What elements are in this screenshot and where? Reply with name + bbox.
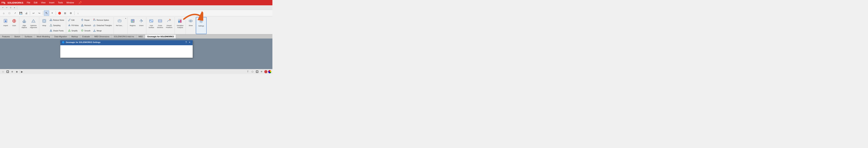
ref-geo-inner: Ref Geo... ▼ <box>115 18 126 33</box>
arrow-right-icon[interactable]: ▶ <box>21 70 23 73</box>
svg-point-17 <box>51 20 52 20</box>
dialog-help-btn[interactable]: ? <box>185 41 188 44</box>
wrap-icon <box>42 19 47 24</box>
dialog-controls: ? × <box>185 41 191 44</box>
import-button[interactable]: Import <box>2 18 9 27</box>
regions-button[interactable]: Regions <box>129 18 136 27</box>
shade-points-button[interactable]: Shade Points <box>49 28 65 33</box>
redo-btn[interactable]: ↪ <box>37 10 42 16</box>
workspace-bottom-toolbar: □ 🔲 ⊕ ◉ ▶ T ⬡ 🔲 👁 <box>0 69 272 74</box>
repair-label: Repair <box>84 19 90 21</box>
svg-rect-46 <box>131 20 133 21</box>
menu-window[interactable]: Window <box>66 1 75 4</box>
tab-evaluate[interactable]: Evaluate <box>80 34 92 39</box>
view-btn[interactable]: 👁 <box>260 70 264 74</box>
menu-view[interactable]: View <box>40 1 46 4</box>
gear-btn[interactable]: ⚙ <box>68 10 73 16</box>
wrap-button[interactable]: Wrap <box>40 18 48 27</box>
print-btn[interactable]: 🖨 <box>24 10 29 16</box>
orient-button[interactable]: Orient <box>137 18 145 27</box>
select-btn[interactable]: ↖ <box>44 10 49 16</box>
scan-button[interactable]: Scan <box>10 18 18 27</box>
align-objects-button[interactable]: AlignObjects <box>20 18 28 29</box>
repair-button[interactable]: Repair <box>80 18 92 23</box>
merge-button[interactable]: Merge <box>92 28 113 33</box>
detached-triangles-icon <box>93 24 96 27</box>
save-btn[interactable]: 💾 <box>18 10 23 16</box>
menu-edit[interactable]: Edit <box>33 1 38 4</box>
tab-geomagic[interactable]: Geomagic for SOLIDWORKS <box>145 34 176 39</box>
svg-rect-57 <box>180 20 181 23</box>
new-btn[interactable]: □ <box>7 10 12 16</box>
workspace-btn-2[interactable]: 🔲 <box>6 70 9 74</box>
workspace-btn-1[interactable]: □ <box>1 70 5 74</box>
ribbon-group-import-scan: Import Scan <box>1 17 19 34</box>
menu-insert[interactable]: Insert <box>48 1 55 4</box>
undo-btn[interactable]: ↩ <box>31 10 36 16</box>
show-inner: Show <box>187 18 194 33</box>
show-button[interactable]: Show <box>187 18 194 27</box>
workspace-btn-3[interactable]: ⊕ <box>10 70 14 74</box>
qa-btn-1[interactable]: ↩ <box>1 6 5 9</box>
tab-solidworks-addins[interactable]: SOLIDWORKS Add-Ins <box>112 34 136 39</box>
ribbon-group-edit: Edit Fill Holes <box>66 17 114 34</box>
smooth-button[interactable]: Smooth <box>80 28 92 33</box>
traffic-light-btn[interactable]: 🔴 <box>57 10 62 16</box>
tab-features[interactable]: Features <box>0 34 12 39</box>
edit-button[interactable]: Edit <box>67 18 80 23</box>
color-circle-2[interactable] <box>268 70 271 73</box>
workspace-btn-4[interactable]: ◉ <box>15 70 19 74</box>
settings-icon <box>199 19 204 24</box>
pin-icon[interactable]: 📌 <box>78 1 82 4</box>
simplify-button[interactable]: Simplify <box>67 28 80 33</box>
quick-access-separator <box>17 6 17 9</box>
menu-tools[interactable]: Tools <box>57 1 63 4</box>
svg-point-27 <box>69 25 70 26</box>
color-btn-1[interactable]: T <box>246 70 250 74</box>
tab-mesh-modeling[interactable]: Mesh Modeling <box>34 34 52 39</box>
qa-btn-4[interactable]: ▸ <box>13 6 16 9</box>
remove-spikes-button[interactable]: Remove Spikes <box>92 18 113 23</box>
svg-point-34 <box>81 30 83 31</box>
extract-freeform-button[interactable]: ExtractFreeform <box>165 18 174 29</box>
ribbon-group-align: AlignObjects OptimizeAlignment <box>19 17 39 34</box>
tab-data-migration[interactable]: Data Migration <box>52 34 69 39</box>
remesh-button[interactable]: Remesh <box>80 23 92 28</box>
optimize-alignment-button[interactable]: OptimizeAlignment <box>29 18 38 29</box>
qa-btn-2[interactable]: ↩ <box>5 6 8 9</box>
dialog-close-btn[interactable]: × <box>188 41 191 44</box>
tab-mbd[interactable]: MBD <box>136 34 145 39</box>
ref-geo-dropdown[interactable]: ▼ <box>125 18 126 19</box>
color-btn-3[interactable]: 🔲 <box>255 70 259 74</box>
sampling-button[interactable]: Sampling <box>49 23 65 28</box>
deviation-analysis-button[interactable]: DeviationAnalysis <box>176 18 185 29</box>
tab-sketch[interactable]: Sketch <box>12 34 23 39</box>
simplify-icon <box>68 29 71 33</box>
reduce-noise-button[interactable]: Reduce Noise <box>49 18 65 23</box>
auto-surface-button[interactable]: AutoSurface <box>147 18 155 29</box>
select-dropdown[interactable]: ▼ <box>50 10 55 16</box>
download-btn[interactable]: ↓ <box>75 10 81 16</box>
ref-geo-button[interactable]: Ref Geo... <box>115 18 124 27</box>
svg-marker-39 <box>95 24 95 26</box>
detached-triangles-button[interactable]: Detached Triangles <box>92 23 113 28</box>
toolbar-sep-2 <box>43 11 43 15</box>
grid-btn[interactable]: ⊞ <box>62 10 68 16</box>
settings-button[interactable]: Settings <box>197 18 205 28</box>
tab-surfaces[interactable]: Surfaces <box>23 34 34 39</box>
cross-sections-button[interactable]: CrossSections <box>156 18 164 29</box>
tab-markup[interactable]: Markup <box>69 34 80 39</box>
qa-btn-3[interactable]: ⊙ <box>9 6 12 9</box>
remove-spikes-icon <box>93 19 96 22</box>
fill-holes-button[interactable]: Fill Holes <box>67 23 80 28</box>
ribbon-group-settings: Settings <box>196 17 207 34</box>
color-circle-1[interactable] <box>264 70 268 73</box>
reduce-noise-label: Reduce Noise <box>53 19 64 21</box>
remesh-icon <box>81 24 84 27</box>
menu-file[interactable]: File <box>26 1 31 4</box>
home-btn[interactable]: ⌂ <box>1 10 6 16</box>
open-btn[interactable]: ↗ <box>12 10 18 16</box>
color-btn-2[interactable]: ⬡ <box>250 70 254 74</box>
tab-mbd-dimensions[interactable]: MBD Dimensions <box>92 34 112 39</box>
ribbon-group-ref-geo: Ref Geo... ▼ <box>114 17 127 34</box>
